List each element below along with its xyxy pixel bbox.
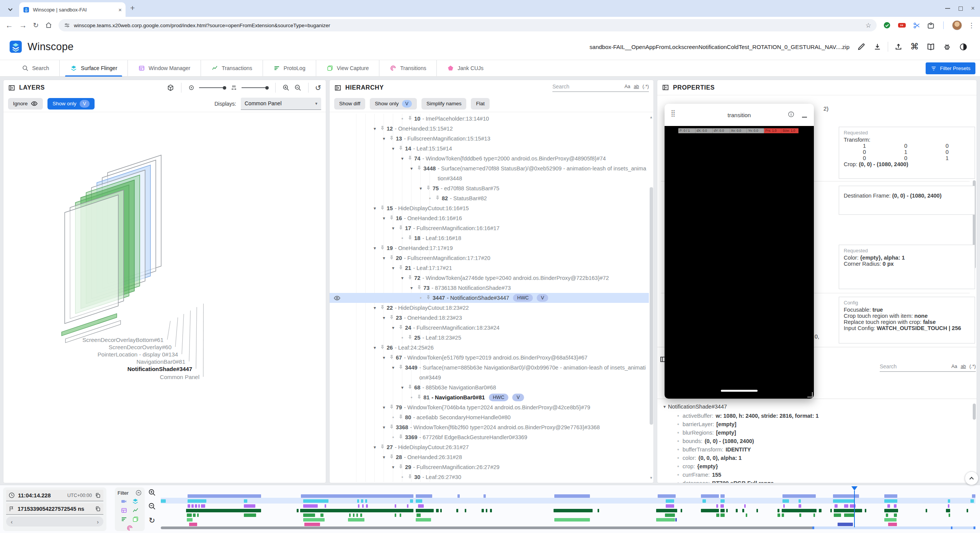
layer-label[interactable]: Common Panel	[160, 374, 199, 380]
pin-icon[interactable]	[407, 474, 413, 479]
pin-icon[interactable]	[397, 265, 404, 270]
expand-arrow-icon[interactable]: ▾	[371, 243, 379, 253]
trace-entry[interactable]	[967, 509, 968, 512]
tree-row[interactable]: ▾29- FullscreenMagnification:26:27#29	[330, 462, 649, 472]
trace-entry[interactable]	[850, 504, 856, 508]
window-icon[interactable]	[121, 507, 127, 514]
trace-entry[interactable]	[926, 509, 927, 512]
property-row[interactable]: •activeBuffer:w: 1080, h: 2400, stride: …	[657, 412, 972, 420]
expand-arrow-icon[interactable]: ▾	[371, 442, 379, 452]
tree-row[interactable]: ▾3368- WindowToken{f6b2f60 type=2024 and…	[330, 422, 649, 432]
tab-search-icon[interactable]	[5, 4, 15, 14]
expand-arrow-icon[interactable]: ▾	[371, 203, 379, 213]
pin-icon[interactable]	[388, 136, 395, 141]
trace-entry[interactable]	[844, 513, 855, 517]
property-row[interactable]: •barrierLayer:[empty]	[657, 420, 972, 428]
site-settings-icon[interactable]	[64, 22, 70, 28]
pin-icon[interactable]	[407, 335, 413, 340]
tree-row[interactable]: ▾26- Leaf:24:25#26	[330, 343, 649, 353]
trace-entry[interactable]	[656, 518, 675, 522]
overlay-header[interactable]: ⣿ transition	[665, 104, 814, 126]
tree-row[interactable]: ▾21- Leaf:17:17#21	[330, 263, 649, 273]
tree-row[interactable]: ▾68- 885b63e NavigationBar0#68	[330, 383, 649, 392]
tab-jank-cujs[interactable]: Jank CUJs	[436, 60, 494, 76]
trace-entry[interactable]	[554, 494, 590, 498]
trace-entry[interactable]	[946, 509, 950, 512]
trace-entry[interactable]	[720, 513, 725, 517]
trace-entry[interactable]	[598, 509, 599, 512]
trace-entry[interactable]	[365, 499, 367, 503]
trace-entry[interactable]	[366, 504, 368, 508]
pin-icon[interactable]	[379, 444, 385, 450]
pin-icon[interactable]	[416, 394, 422, 400]
tree-row[interactable]: •10- ImePlaceholder:13:14#10	[330, 114, 649, 124]
trace-entry[interactable]	[666, 504, 674, 508]
track-surface-flinger[interactable]	[161, 499, 975, 503]
trace-entry[interactable]	[418, 504, 424, 508]
drag-handle-icon[interactable]: ⣿	[671, 109, 675, 117]
tree-row[interactable]: •18- Leaf:16:16#18	[330, 233, 649, 243]
expand-arrow-icon[interactable]: ▾	[389, 223, 397, 233]
track-transactions[interactable]	[161, 509, 975, 512]
trace-entry[interactable]	[303, 518, 324, 522]
trace-entry[interactable]	[297, 509, 298, 512]
trace-entry[interactable]	[357, 499, 359, 503]
collapse-panel-icon[interactable]	[334, 84, 341, 92]
trace-entry[interactable]	[783, 504, 785, 508]
trace-entry[interactable]	[777, 513, 780, 517]
tab-transitions[interactable]: Transitions	[379, 60, 436, 76]
pin-icon[interactable]	[388, 355, 395, 360]
trace-entry[interactable]	[187, 518, 193, 522]
trace-entry[interactable]	[349, 513, 351, 517]
shortcuts-command-icon[interactable]: ⌘	[910, 42, 919, 52]
pin-icon[interactable]	[379, 205, 385, 211]
report-bug-icon[interactable]	[943, 43, 951, 51]
layer-label[interactable]: ScreenDecorOverlayBottom#61	[82, 337, 163, 343]
trace-entry[interactable]	[782, 494, 816, 498]
docs-book-icon[interactable]	[926, 43, 935, 51]
tree-row[interactable]: ▾3448- Surface(name=ed70f88 StatusBar)/@…	[330, 163, 649, 183]
track-view-capture[interactable]	[161, 518, 975, 522]
expand-arrow-icon[interactable]: ▾	[380, 313, 388, 323]
trace-entry[interactable]	[813, 513, 815, 517]
extension-play-icon[interactable]	[897, 21, 906, 30]
trace-entry[interactable]	[949, 513, 950, 517]
trace-entry[interactable]	[701, 509, 719, 512]
layer-rect[interactable]	[65, 195, 118, 324]
trace-entry[interactable]	[720, 494, 725, 498]
tree-row[interactable]: ▾67- WindowToken{e5176f9 type=2019 andro…	[330, 353, 649, 363]
trace-entry[interactable]	[834, 509, 862, 512]
pin-icon[interactable]	[388, 454, 395, 459]
property-row[interactable]: •color:(0, 0, 0), alpha: 1	[657, 454, 972, 462]
layer-label[interactable]: ScreenDecorOverlay#60	[109, 344, 172, 350]
spiral-icon[interactable]	[126, 525, 133, 531]
trace-entry[interactable]	[720, 509, 725, 512]
zoom-in-icon[interactable]	[148, 488, 156, 497]
ns-time-field[interactable]: 1715339054227572545 ns	[6, 503, 103, 515]
expand-arrow-icon[interactable]: ▾	[389, 462, 397, 472]
tree-row[interactable]: ▾15- HideDisplayCutout:16:16#15	[330, 203, 649, 213]
pin-icon[interactable]	[397, 464, 404, 469]
collapse-panel-icon[interactable]	[8, 84, 15, 92]
trace-entry[interactable]	[400, 513, 401, 517]
trace-entry[interactable]	[838, 523, 853, 526]
trace-entry[interactable]	[198, 504, 200, 508]
tree-row[interactable]: ▾27- HideDisplayCutout:26:31#27	[330, 442, 649, 452]
pin-icon[interactable]	[407, 384, 413, 390]
cube-3d-icon[interactable]	[167, 84, 175, 92]
trace-entry[interactable]	[833, 494, 859, 498]
trace-entry[interactable]	[325, 504, 326, 508]
trace-entry[interactable]	[416, 518, 431, 522]
displays-select[interactable]: Common Panel ▾	[241, 98, 321, 110]
properties-list-scrollbar[interactable]	[973, 404, 976, 420]
trace-entry[interactable]	[304, 523, 320, 526]
trace-entry[interactable]	[746, 513, 747, 517]
trace-entry[interactable]	[353, 513, 354, 517]
trace-entry[interactable]	[360, 513, 362, 517]
trace-entry[interactable]	[436, 509, 438, 512]
trace-entry[interactable]	[244, 504, 255, 508]
zoom-in-icon[interactable]	[282, 84, 290, 92]
trace-entry[interactable]	[188, 499, 206, 503]
trace-entry[interactable]	[834, 513, 841, 517]
tree-row[interactable]: ▾19- OneHanded:17:17#19	[330, 243, 649, 253]
